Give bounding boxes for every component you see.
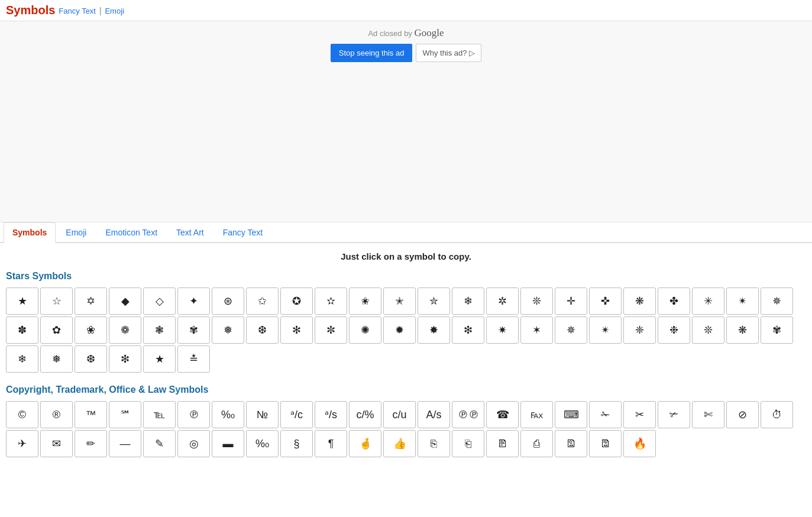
stop-ad-button[interactable]: Stop seeing this ad — [331, 44, 413, 62]
symbol-button[interactable]: ⌨ — [555, 401, 587, 428]
symbol-button[interactable]: ✸ — [418, 316, 450, 344]
tab-text-art[interactable]: Text Art — [167, 222, 213, 242]
symbol-button[interactable]: ❄ — [6, 345, 38, 373]
symbol-button[interactable]: ❁ — [109, 316, 141, 344]
symbol-button[interactable]: ✏ — [75, 430, 107, 457]
symbol-button[interactable]: § — [280, 430, 313, 457]
symbol-button[interactable]: ✫ — [315, 287, 347, 315]
symbol-button[interactable]: ❀ — [75, 316, 107, 344]
symbol-button[interactable]: ≛ — [177, 345, 210, 373]
symbol-button[interactable]: ⎙ — [520, 430, 553, 457]
symbol-button[interactable]: ® — [40, 401, 73, 428]
symbol-button[interactable]: ❆ — [75, 345, 107, 373]
symbol-button[interactable]: 🤞 — [349, 430, 381, 457]
symbol-button[interactable]: ✶ — [520, 316, 553, 344]
tab-emoticon-text[interactable]: Emoticon Text — [96, 222, 166, 242]
symbol-button[interactable]: ✾ — [761, 316, 793, 344]
symbol-button[interactable]: ✵ — [761, 287, 793, 315]
symbol-button[interactable]: ☎ — [486, 401, 519, 428]
symbol-button[interactable]: ✈ — [6, 430, 38, 457]
symbol-button[interactable]: ✻ — [280, 316, 313, 344]
symbol-button[interactable]: ✾ — [177, 316, 210, 344]
symbol-button[interactable]: ✼ — [315, 316, 347, 344]
symbol-button[interactable]: ❉ — [658, 316, 690, 344]
symbol-button[interactable]: ℠ — [109, 401, 141, 428]
symbol-button[interactable]: ✬ — [349, 287, 381, 315]
symbol-button[interactable]: c/u — [383, 401, 416, 428]
symbol-button[interactable]: ◎ — [177, 430, 210, 457]
symbol-button[interactable]: ❅ — [40, 345, 73, 373]
symbol-button[interactable]: ❃ — [143, 316, 176, 344]
symbol-button[interactable]: ◇ — [143, 287, 176, 315]
tab-symbols[interactable]: Symbols — [4, 222, 56, 243]
symbol-button[interactable]: ✪ — [280, 287, 313, 315]
header-link-emoji[interactable]: Emoji — [105, 7, 124, 15]
symbol-button[interactable]: ✴ — [726, 287, 759, 315]
symbol-button[interactable]: ❄ — [452, 287, 484, 315]
symbol-button[interactable]: ✩ — [246, 287, 279, 315]
symbol-button[interactable]: ✁ — [589, 401, 622, 428]
symbol-button[interactable]: ✎ — [143, 430, 176, 457]
symbol-button[interactable]: ⏱ — [761, 401, 793, 428]
symbol-button[interactable]: ❋ — [726, 316, 759, 344]
symbol-button[interactable]: ✷ — [486, 316, 519, 344]
symbol-button[interactable]: ★ — [6, 287, 38, 315]
symbol-button[interactable]: ❈ — [623, 316, 656, 344]
symbol-button[interactable]: ᵃ/c — [280, 401, 313, 428]
symbol-button[interactable]: ℡ — [143, 401, 176, 428]
symbol-button[interactable]: ✄ — [692, 401, 724, 428]
symbol-button[interactable]: A/s — [418, 401, 450, 428]
symbol-button[interactable]: 🖹 — [486, 430, 519, 457]
symbol-button[interactable]: ✡ — [75, 287, 107, 315]
symbol-button[interactable]: ✂ — [623, 401, 656, 428]
symbol-button[interactable]: 🖺 — [589, 430, 622, 457]
symbol-button[interactable]: %₀ — [212, 401, 244, 428]
symbol-button[interactable]: ✵ — [555, 316, 587, 344]
symbol-button[interactable]: ✳ — [692, 287, 724, 315]
symbol-button[interactable]: ⊛ — [212, 287, 244, 315]
symbol-button[interactable]: № — [246, 401, 279, 428]
symbol-button[interactable]: ❊ — [520, 287, 553, 315]
symbol-button[interactable]: ❅ — [212, 316, 244, 344]
symbol-button[interactable]: ✮ — [418, 287, 450, 315]
symbol-button[interactable]: c/% — [349, 401, 381, 428]
symbol-button[interactable]: ✺ — [349, 316, 381, 344]
symbol-button[interactable]: ⊘ — [726, 401, 759, 428]
symbol-button[interactable]: ◆ — [109, 287, 141, 315]
tab-emoji[interactable]: Emoji — [57, 222, 95, 242]
symbol-button[interactable]: ᵃ/s — [315, 401, 347, 428]
symbol-button[interactable]: ✤ — [658, 287, 690, 315]
symbol-button[interactable]: © — [6, 401, 38, 428]
symbol-button[interactable]: ✽ — [6, 316, 38, 344]
symbol-button[interactable]: ℻ — [520, 401, 553, 428]
symbol-button[interactable]: ™ — [75, 401, 107, 428]
symbol-button[interactable]: ✿ — [40, 316, 73, 344]
symbol-button[interactable]: ✲ — [486, 287, 519, 315]
tab-fancy-text[interactable]: Fancy Text — [214, 222, 271, 242]
why-ad-button[interactable]: Why this ad? ▷ — [416, 44, 481, 62]
symbol-button[interactable]: ❇ — [452, 316, 484, 344]
symbol-button[interactable]: ❊ — [692, 316, 724, 344]
symbol-button[interactable]: %₀ — [246, 430, 279, 457]
symbol-button[interactable]: ⎘ — [418, 430, 450, 457]
symbol-button[interactable]: ℗ — [177, 401, 210, 428]
symbol-button[interactable]: ¶ — [315, 430, 347, 457]
symbol-button[interactable]: ✜ — [589, 287, 622, 315]
symbol-button[interactable]: ✴ — [589, 316, 622, 344]
symbol-button[interactable]: ✉ — [40, 430, 73, 457]
header-link-fancy-text[interactable]: Fancy Text — [59, 7, 96, 15]
symbol-button[interactable]: ℗℗ — [452, 401, 484, 428]
symbol-button[interactable]: ✭ — [383, 287, 416, 315]
symbol-button[interactable]: ▬ — [212, 430, 244, 457]
symbol-button[interactable]: ✛ — [555, 287, 587, 315]
symbol-button[interactable]: ✦ — [177, 287, 210, 315]
symbol-button[interactable]: 🖻 — [555, 430, 587, 457]
symbol-button[interactable]: ✃ — [658, 401, 690, 428]
symbol-button[interactable]: ★ — [143, 345, 176, 373]
symbol-button[interactable]: ☆ — [40, 287, 73, 315]
symbol-button[interactable]: ❆ — [246, 316, 279, 344]
symbol-button[interactable]: ✹ — [383, 316, 416, 344]
symbol-button[interactable]: ❇ — [109, 345, 141, 373]
symbol-button[interactable]: ❋ — [623, 287, 656, 315]
symbol-button[interactable]: 🔥 — [623, 430, 656, 457]
